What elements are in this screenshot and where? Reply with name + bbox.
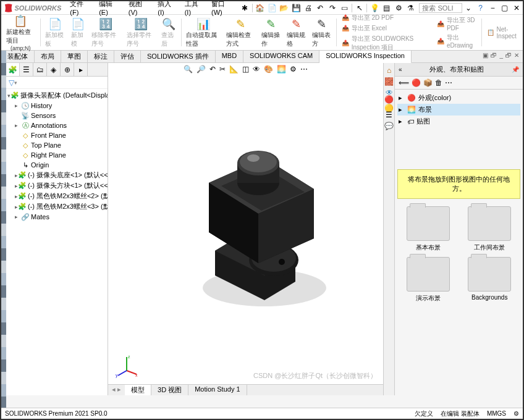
ribbon-new-project[interactable]: 📋新建检查项目(amp;N): [4, 16, 38, 49]
orientation-triad[interactable]: z x y: [114, 353, 139, 378]
prev-view-icon[interactable]: ↶: [208, 64, 217, 74]
tab-assembly[interactable]: 装配体: [1, 51, 35, 62]
tree-origin[interactable]: ↳Origin: [6, 160, 108, 170]
tree-sensors[interactable]: 📡Sensors: [6, 111, 108, 120]
redo-icon[interactable]: ↷: [328, 3, 337, 13]
tree-history[interactable]: ▸🕓History: [6, 101, 108, 111]
open-icon[interactable]: 📂: [279, 3, 289, 13]
fm-tab-molds[interactable]: ⊕: [61, 63, 74, 76]
tp-tab-resources[interactable]: 🧱: [384, 77, 394, 86]
doc-restore-icon[interactable]: 🗗: [505, 52, 512, 61]
section-icon[interactable]: ✂: [218, 64, 227, 74]
btab-motion[interactable]: Motion Study 1: [188, 385, 247, 395]
fm-tab-props[interactable]: ☰: [20, 63, 33, 76]
display-style-icon[interactable]: ◫: [241, 64, 250, 74]
bulb-icon[interactable]: 💡: [370, 3, 379, 13]
hide-show-icon[interactable]: 👁: [251, 64, 261, 74]
folder-present-scenes[interactable]: 演示布景: [400, 257, 457, 303]
options-icon[interactable]: ▤: [382, 3, 392, 13]
tree-right-plane[interactable]: ◇Right Plane: [6, 150, 108, 160]
print-icon[interactable]: 🖨: [303, 3, 313, 13]
tp-tab-appearance[interactable]: 🔴🟡: [384, 99, 394, 109]
tree-front-plane[interactable]: ◇Front Plane: [6, 130, 108, 140]
tab-annotate[interactable]: 标注: [88, 51, 114, 62]
tree-part-2[interactable]: ▸🧩(-) 摄像头方块<1> (默认<<默认..: [6, 180, 108, 191]
min-icon[interactable]: −: [488, 3, 497, 13]
canvas[interactable]: z x y CSDN @长沙红胖子Qt（长沙创微智科）: [108, 75, 383, 384]
ribbon-btn-8[interactable]: ✎编辑检查方式: [224, 16, 258, 49]
tp-node-decal[interactable]: ▸🏷贴图: [397, 116, 520, 127]
tab-evaluate[interactable]: 评估: [114, 51, 141, 62]
doc-icon[interactable]: ▣: [483, 52, 488, 61]
more-views-icon[interactable]: ⋯: [299, 64, 309, 74]
tree-mates[interactable]: ▸🔗Mates: [6, 212, 108, 222]
fm-tab-more[interactable]: ▸: [74, 63, 88, 76]
scene-icon[interactable]: 🌅: [276, 64, 287, 74]
search-input[interactable]: [419, 3, 462, 13]
flask-icon[interactable]: ⚗: [406, 3, 416, 13]
folder-backgrounds[interactable]: Backgrounds: [462, 257, 518, 303]
zoom-fit-icon[interactable]: 🔍: [182, 64, 194, 74]
tp-del-icon[interactable]: 🗑: [435, 78, 442, 87]
select-icon[interactable]: ▭: [340, 3, 350, 13]
graphics-viewport[interactable]: 🔍 🔎 ↶ ✂ 📐 ◫ 👁 🎨 🌅 ⚙ ⋯: [108, 63, 383, 395]
fm-tab-config[interactable]: 🗂: [33, 63, 47, 76]
tree-top-plane[interactable]: ◇Top Plane: [6, 140, 108, 150]
undo-icon[interactable]: ↶: [316, 3, 326, 13]
new-doc-icon[interactable]: 📄: [268, 3, 277, 13]
help-icon[interactable]: ?: [476, 3, 486, 13]
tp-back-icon[interactable]: ⟸: [399, 78, 409, 87]
ribbon-btn-9[interactable]: ✎编辑操作: [259, 16, 283, 49]
folder-basic-scenes[interactable]: 基本布景: [400, 206, 457, 252]
tp-box-icon[interactable]: 📦: [423, 78, 433, 87]
status-gear-icon[interactable]: ⚙: [513, 410, 519, 417]
tree-annotations[interactable]: ▸ⒶAnnotations: [6, 120, 108, 130]
tp-tab-home[interactable]: ⌂: [384, 65, 394, 75]
tree-part-1[interactable]: ▸🧩(-) 摄像头底座<1> (默认<<默认..: [6, 170, 108, 180]
btab-3dview[interactable]: 3D 视图: [151, 385, 188, 395]
cursor-icon[interactable]: ↖: [355, 3, 365, 13]
tab-mbd[interactable]: MBD: [216, 51, 243, 62]
fm-filter[interactable]: ▽▾: [6, 77, 108, 89]
tree-part-3[interactable]: ▸🧩(-) 黑色铁M2x3螺丝<2> (默认<<默..: [6, 191, 108, 201]
menu-view[interactable]: 视图(V): [125, 0, 154, 17]
tree-part-4[interactable]: ▸🧩(-) 黑色铁M2x3螺丝<3> (默认<<默..: [6, 201, 108, 212]
home-icon[interactable]: 🏠: [255, 3, 265, 13]
view-orient-icon[interactable]: 📐: [228, 64, 240, 74]
tp-more-icon[interactable]: ⋯: [445, 78, 452, 87]
max-icon[interactable]: ▢: [500, 3, 510, 13]
doc-maximize-icon[interactable]: 🗗: [491, 52, 497, 61]
tp-tab-props[interactable]: ☰: [384, 110, 394, 120]
tab-addins[interactable]: SOLIDWORKS 插件: [141, 51, 216, 62]
btab-model[interactable]: 模型: [125, 385, 151, 395]
tab-sketch[interactable]: 草图: [61, 51, 88, 62]
tree-root[interactable]: ▾🧩摄像头装配体 (Default<Display State-: [6, 90, 108, 101]
fm-tab-tree[interactable]: 🧩: [6, 63, 20, 76]
tp-node-appearance[interactable]: ▸🔴外观(color): [397, 92, 520, 104]
menu-window[interactable]: 窗口(W): [208, 0, 239, 17]
doc-min-icon[interactable]: _: [499, 52, 503, 61]
tp-tab-forum[interactable]: 💬: [384, 121, 394, 131]
tp-node-scene[interactable]: ▸🌅布景: [397, 104, 520, 116]
menu-tools[interactable]: 工具(I): [181, 0, 208, 17]
gear-icon[interactable]: ⚙: [394, 3, 404, 13]
view-settings-icon[interactable]: ⚙: [289, 64, 298, 74]
tab-cam[interactable]: SOLIDWORKS CAM: [243, 51, 319, 62]
appearance-icon[interactable]: 🎨: [263, 64, 274, 74]
close-icon[interactable]: ✕: [512, 3, 522, 13]
menu-insert[interactable]: 插入(I): [154, 0, 180, 17]
ribbon-btn-10[interactable]: ✎编辑规格: [284, 16, 308, 49]
tp-pin-icon[interactable]: 📌: [512, 66, 519, 73]
save-icon[interactable]: 💾: [292, 3, 302, 13]
zoom-area-icon[interactable]: 🔎: [195, 64, 207, 74]
menu-more-icon[interactable]: ✱: [240, 3, 250, 13]
doc-close-icon[interactable]: ✕: [514, 52, 519, 61]
menu-file[interactable]: 文件(F): [66, 0, 95, 17]
folder-studio-scenes[interactable]: 工作间布景: [462, 206, 518, 252]
status-units[interactable]: MMGS: [487, 410, 506, 417]
tp-sphere-icon[interactable]: 🔴: [412, 78, 421, 87]
tab-inspection[interactable]: SOLIDWORKS Inspection: [319, 51, 412, 63]
fm-tab-display[interactable]: ◈: [47, 63, 61, 76]
search-dd-icon[interactable]: ⌄: [463, 3, 473, 13]
ribbon-btn-7[interactable]: 📊自动提取属性器: [184, 16, 222, 49]
